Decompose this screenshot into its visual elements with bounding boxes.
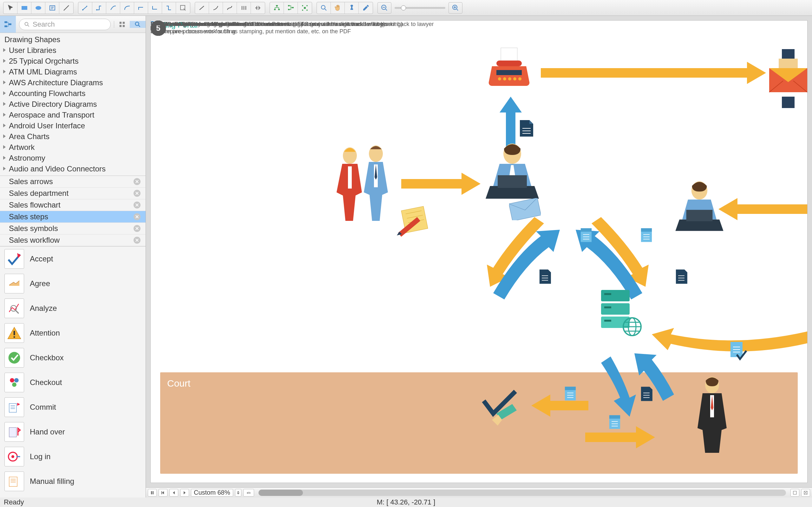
connector-round[interactable] [120, 2, 134, 14]
close-icon[interactable] [134, 213, 141, 220]
typewriter-icon [487, 46, 531, 90]
conn-style-3[interactable] [223, 2, 237, 14]
tree-item[interactable]: Android User Interface [0, 120, 146, 131]
zoom-level-display[interactable]: Custom 68% [191, 489, 233, 497]
svg-rect-83 [609, 415, 620, 418]
connector-smart[interactable] [92, 2, 106, 14]
library-view-grid[interactable] [114, 21, 130, 28]
status-bar: Ready M: [ 43.26, -20.71 ] [0, 498, 812, 507]
open-library-tab[interactable]: Sales flowchart [0, 199, 146, 211]
tree-item[interactable]: Aerospace and Transport [0, 110, 146, 120]
zoom-in-button[interactable] [449, 2, 462, 14]
rect-tool[interactable] [17, 2, 32, 14]
canvas-fit-2[interactable] [801, 489, 810, 497]
library-search-input[interactable]: Search [19, 19, 111, 30]
svg-point-14 [306, 5, 308, 6]
shape-label: Checkout [30, 378, 62, 387]
conn-style-5[interactable] [251, 2, 265, 14]
shape-accept[interactable]: Accept [0, 246, 146, 271]
text-tool[interactable] [45, 2, 59, 14]
canvas-fit-1[interactable] [791, 489, 799, 497]
drawing-canvas[interactable]: Court [150, 20, 808, 483]
page-first[interactable] [159, 489, 167, 497]
pan-tool[interactable] [331, 2, 345, 14]
library-view-tree[interactable] [0, 16, 16, 33]
tree-item[interactable]: 25 Typical Orgcharts [0, 56, 146, 66]
open-library-tab[interactable]: Sales steps [0, 211, 146, 223]
connector-multi[interactable] [162, 2, 176, 14]
shape-manual-filling[interactable]: Manual filling [0, 469, 146, 494]
tree-item[interactable]: Area Charts [0, 131, 146, 142]
shape-analyze[interactable]: Analyze [0, 296, 146, 321]
svg-rect-31 [14, 331, 15, 335]
close-icon[interactable] [134, 225, 141, 232]
library-tree: Drawing Shapes User Libraries 25 Typical… [0, 33, 146, 176]
shape-label: Accept [30, 255, 53, 263]
shape-checkbox[interactable]: Checkbox [0, 345, 146, 370]
connector-curve[interactable] [106, 2, 120, 14]
svg-rect-63 [604, 306, 611, 308]
tree-item[interactable]: User Libraries [0, 45, 146, 56]
conn-style-4[interactable] [237, 2, 251, 14]
pdf-validated-icon [728, 341, 747, 363]
shape-attention[interactable]: Attention [0, 321, 146, 345]
svg-rect-46 [501, 48, 517, 62]
tree-layout-3[interactable] [298, 2, 312, 14]
line-tool[interactable] [59, 2, 73, 14]
tree-item[interactable]: Accounting Flowcharts [0, 88, 146, 99]
pointer-tool[interactable] [3, 2, 17, 14]
close-icon[interactable] [134, 190, 141, 197]
page-pause[interactable] [148, 489, 157, 497]
conn-style-1[interactable] [195, 2, 209, 14]
open-library-tab[interactable]: Sales arrows [0, 176, 146, 187]
page-next[interactable] [180, 489, 189, 497]
tree-layout-2[interactable] [284, 2, 298, 14]
svg-point-17 [321, 5, 325, 9]
pdf-icon [563, 385, 577, 402]
shape-checkout[interactable]: Checkout [0, 370, 146, 395]
tree-item[interactable]: Astronomy [0, 153, 146, 164]
connector-ortho1[interactable] [134, 2, 148, 14]
tab-label: Sales workflow [9, 236, 60, 245]
svg-point-16 [306, 9, 308, 11]
connector-ortho2[interactable] [148, 2, 162, 14]
zoom-out-button[interactable] [377, 2, 392, 14]
shape-label: Commit [30, 403, 56, 412]
tree-layout-1[interactable] [270, 2, 284, 14]
horizontal-scrollbar[interactable] [258, 490, 786, 496]
svg-rect-59 [601, 290, 629, 301]
tree-item[interactable]: Active Directory Diagrams [0, 99, 146, 110]
conn-style-2[interactable] [209, 2, 223, 14]
zoom-tool[interactable] [317, 2, 331, 14]
shape-login[interactable]: Log in [0, 444, 146, 469]
connector-direct[interactable] [78, 2, 92, 14]
close-icon[interactable] [134, 178, 141, 185]
svg-rect-41 [9, 477, 17, 487]
tree-item[interactable]: ATM UML Diagrams [0, 66, 146, 77]
tree-heading[interactable]: Drawing Shapes [0, 34, 146, 45]
shape-commit[interactable]: Commit [0, 395, 146, 419]
tree-item[interactable]: Audio and Video Connectors [0, 164, 146, 174]
open-library-tab[interactable]: Sales symbols [0, 223, 146, 234]
library-search-toggle[interactable] [130, 21, 146, 28]
close-icon[interactable] [134, 202, 141, 209]
zoom-stepper[interactable] [235, 489, 241, 497]
shape-handover[interactable]: Hand over [0, 419, 146, 444]
page-tabs-toggle[interactable] [243, 489, 254, 497]
svg-rect-22 [4, 25, 7, 27]
open-library-tab[interactable]: Sales workflow [0, 234, 146, 246]
svg-rect-26 [122, 21, 124, 23]
open-library-tab[interactable]: Sales department [0, 187, 146, 199]
ellipse-tool[interactable] [32, 2, 45, 14]
zoom-slider[interactable] [395, 7, 445, 9]
stamp-tool[interactable] [345, 2, 359, 14]
insert-object[interactable] [176, 2, 190, 14]
tree-item[interactable]: AWS Architecture Diagrams [0, 77, 146, 88]
envelope-icon [509, 198, 541, 220]
eyedropper-tool[interactable] [359, 2, 373, 14]
page-prev[interactable] [169, 489, 178, 497]
svg-point-36 [12, 383, 16, 387]
close-icon[interactable] [134, 237, 141, 244]
shape-agree[interactable]: Agree [0, 271, 146, 296]
tree-item[interactable]: Artwork [0, 142, 146, 153]
